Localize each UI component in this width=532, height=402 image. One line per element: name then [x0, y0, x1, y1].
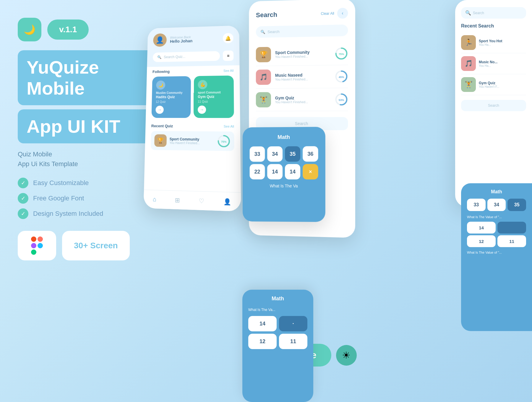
nav-bookmark[interactable]: ♡ [199, 197, 204, 205]
user-avatar: 👤 [153, 33, 167, 47]
number-22[interactable]: 22 [250, 164, 265, 179]
result-sub-2: You Haven't Finished... [275, 77, 331, 81]
figma-icon [31, 236, 43, 255]
right-num-35[interactable]: 35 [507, 199, 526, 211]
check-icon-1: ✓ [18, 178, 28, 188]
recent-avatar-1: 🏆 [154, 134, 167, 147]
feature-text-1: Easy Customizable [33, 179, 89, 187]
feature-text-3: Design System Included [33, 210, 103, 218]
recent-item-sub-1: You Haven't Finished... [169, 141, 214, 145]
sport-hot-item[interactable]: 🏃 Sport You Hot You Ha... [461, 32, 526, 53]
right-num-34[interactable]: 34 [487, 199, 506, 211]
right-ans-12[interactable]: 12 [467, 235, 496, 247]
moon-badge: 🌙 [18, 18, 41, 41]
check-icon-2: ✓ [18, 193, 28, 204]
figma-dot-blue [38, 243, 43, 248]
nav-grid[interactable]: ⊞ [175, 196, 180, 204]
screens-badge: 30+ Screen [62, 231, 130, 260]
math-panel: Math 33 34 35 36 22 14 14 × What Is The … [243, 127, 325, 222]
result-avatar-1: 🏆 [256, 47, 271, 62]
search-results: 🏆 Sport Community You Haven't Finished..… [256, 42, 348, 111]
result-item-1[interactable]: 🏆 Sport Community You Haven't Finished..… [256, 42, 348, 66]
right-search-icon: 🔍 [465, 10, 471, 16]
right-recent-title: Recent Search [461, 23, 526, 29]
card-arrow-2[interactable]: → [198, 106, 206, 114]
right-ans-11[interactable]: 11 [497, 235, 526, 247]
back-button[interactable]: ‹ [337, 8, 348, 19]
right-search-bar: 🔍 Search [461, 7, 526, 19]
right-search-input[interactable]: 🔍 Search [461, 7, 526, 19]
svg-text:45%: 45% [339, 76, 344, 79]
filter-button[interactable]: ≡ [223, 51, 233, 61]
result-info-3: Gym Quiz You Haven't Finished... [275, 95, 331, 104]
quiz-card-gym[interactable]: 💪 sport Communit Gym Quiz 11 Quiz → [194, 75, 234, 118]
right-ans-empty[interactable] [497, 222, 526, 234]
right-number-grid: 33 34 35 [467, 199, 526, 211]
number-35-active[interactable]: 35 [285, 146, 300, 162]
search-input-container[interactable]: 🔍 Search Quiz... [153, 51, 220, 62]
answer-12[interactable]: 12 [248, 334, 277, 349]
result-item-3[interactable]: 🏋 Gym Quiz You Haven't Finished... 53% [256, 88, 348, 111]
nav-profile[interactable]: 👤 [223, 198, 231, 206]
music-item[interactable]: 🎵 Music No... You Ha... [461, 53, 526, 74]
answer-14[interactable]: 14 [248, 316, 277, 331]
notification-button[interactable]: 🔔 [223, 33, 233, 43]
number-wrong[interactable]: × [303, 164, 318, 179]
answer-11[interactable]: 11 [279, 334, 307, 349]
right-math-question-2: What Is The Value of "... [467, 251, 526, 254]
clear-all-button[interactable]: Clear All [321, 11, 334, 16]
right-search-button[interactable]: Search [461, 100, 526, 111]
music-sub: You Ha... [479, 64, 497, 67]
panel-search-input[interactable]: 🔍 Search [256, 25, 348, 38]
search-panel-title: Search [256, 11, 277, 19]
music-avatar: 🎵 [461, 56, 476, 71]
figma-dot-red [31, 236, 36, 242]
figma-dot-purple [31, 243, 36, 248]
number-34[interactable]: 34 [267, 146, 283, 162]
result-title-3: Gym Quiz [275, 95, 331, 100]
moon-icon: 🌙 [24, 24, 35, 35]
number-grid: 33 34 35 36 22 14 14 × [250, 146, 318, 180]
figma-dot-orange [38, 236, 43, 242]
number-14a[interactable]: 14 [267, 164, 283, 179]
svg-text:75%: 75% [221, 140, 227, 143]
number-36[interactable]: 36 [303, 146, 318, 162]
card-icon-muslim: 🌙 [156, 80, 165, 90]
panel-search-icon: 🔍 [260, 30, 265, 34]
recent-title: Recent Quiz [151, 124, 173, 128]
result-sub-3: You Haven't Finished... [275, 100, 331, 104]
right-math-panel: Math 33 34 35 What Is The Value of "... … [461, 183, 532, 331]
result-avatar-3: 🏋 [256, 92, 271, 108]
result-item-2[interactable]: 🎵 Music Naseed You Haven't Finished... 4… [256, 65, 348, 89]
subtitle-line1: Quiz Mobile [18, 149, 160, 159]
subtitle: Quiz Mobile App Ui Kits Template [18, 149, 160, 169]
quiz-card-muslim[interactable]: 🌙 Muslim Community Hadits Quiz 12 Quiz → [151, 76, 191, 118]
answer-selected[interactable]: · [279, 316, 307, 331]
recent-see-all[interactable]: See All [224, 124, 234, 128]
number-33[interactable]: 33 [250, 146, 265, 162]
following-see-all[interactable]: See All [223, 69, 234, 72]
svg-text:75%: 75% [339, 53, 344, 56]
math-bottom-title: Math [248, 296, 307, 302]
right-num-33[interactable]: 33 [467, 199, 486, 211]
number-14b[interactable]: 14 [285, 164, 300, 179]
sport-hot-avatar: 🏃 [461, 35, 476, 50]
nav-home[interactable]: ⌂ [153, 196, 157, 203]
recent-quiz-section: Recent Quiz See All 🏆 Sport Community Yo… [145, 118, 240, 154]
right-ans-14[interactable]: 14 [467, 222, 496, 234]
result-progress-2: 45% [335, 70, 348, 83]
card-arrow-1[interactable]: → [155, 106, 164, 114]
sun-icon: ☀ [342, 350, 351, 361]
subtitle-line2: App Ui Kits Template [18, 159, 160, 169]
sun-badge[interactable]: ☀ [336, 345, 357, 366]
title-yuquize: YuQuize Mobile [18, 50, 160, 105]
card-category-2: sport Communit [198, 91, 229, 94]
gym-item[interactable]: 🏋 Gym Quiz You Haven't F... [461, 74, 526, 95]
search-icon: 🔍 [157, 55, 162, 59]
feature-item-3: ✓ Design System Included [18, 208, 160, 219]
recent-item-1[interactable]: 🏆 Sport Community You Haven't Finished..… [151, 131, 234, 151]
svg-text:53%: 53% [339, 98, 344, 101]
right-math-title: Math [467, 189, 526, 194]
phone-nav: ⌂ ⊞ ♡ 👤 [144, 189, 241, 211]
features-list: ✓ Easy Customizable ✓ Free Google Font ✓… [18, 178, 160, 219]
